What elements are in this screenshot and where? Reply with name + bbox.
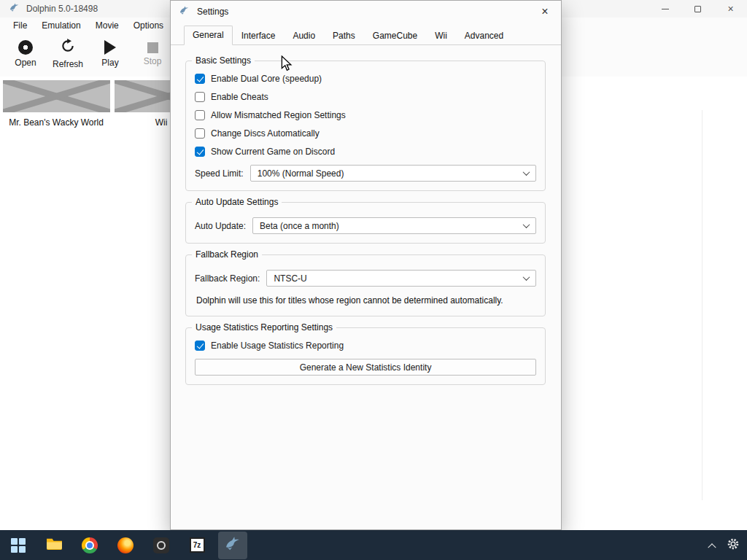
- mismatched-region-checkbox[interactable]: [195, 110, 205, 120]
- file-explorer-button[interactable]: [39, 532, 69, 559]
- dolphin-icon: [224, 535, 241, 556]
- speed-limit-dropdown[interactable]: 100% (Normal Speed): [250, 165, 536, 182]
- dialog-title: Settings: [197, 7, 228, 17]
- settings-content: Basic Settings Enable Dual Core (speedup…: [171, 45, 561, 385]
- checkbox-label: Change Discs Automatically: [211, 128, 320, 139]
- taskbar: 7z: [0, 530, 747, 560]
- dolphin-logo-icon: [9, 2, 20, 16]
- tab-general[interactable]: General: [184, 26, 233, 45]
- checkbox-row-cheats[interactable]: Enable Cheats: [195, 92, 536, 102]
- dropdown-value: Beta (once a month): [260, 221, 339, 231]
- checkbox-label: Enable Cheats: [211, 92, 268, 102]
- close-icon: ×: [541, 5, 548, 18]
- cheats-checkbox[interactable]: [195, 92, 205, 102]
- chevron-down-icon: [523, 273, 530, 281]
- disc-icon: [18, 40, 33, 55]
- usage-statistics-checkbox[interactable]: [195, 341, 205, 351]
- firefox-button[interactable]: [111, 532, 140, 559]
- play-icon: [104, 40, 116, 55]
- tab-gamecube[interactable]: GameCube: [364, 26, 426, 45]
- firefox-icon: [117, 537, 133, 553]
- file-explorer-icon: [46, 537, 63, 553]
- settings-dialog: Settings × General Interface Audio Paths…: [170, 0, 562, 530]
- group-title: Usage Statistics Reporting Settings: [192, 322, 336, 332]
- basic-settings-group: Basic Settings Enable Dual Core (speedup…: [185, 61, 546, 191]
- auto-update-dropdown[interactable]: Beta (once a month): [252, 217, 536, 234]
- stop-button: Stop: [131, 33, 174, 75]
- auto-update-row: Auto Update: Beta (once a month): [195, 217, 536, 234]
- tab-advanced[interactable]: Advanced: [456, 26, 512, 45]
- dropdown-value: NTSC-U: [274, 273, 306, 284]
- auto-update-group: Auto Update Settings Auto Update: Beta (…: [185, 202, 546, 244]
- checkbox-row-mismatched-region[interactable]: Allow Mismatched Region Settings: [195, 110, 536, 120]
- window-controls: ×: [649, 0, 747, 18]
- menu-options[interactable]: Options: [126, 19, 171, 32]
- speed-limit-row: Speed Limit: 100% (Normal Speed): [195, 165, 536, 182]
- dialog-titlebar[interactable]: Settings ×: [171, 1, 561, 23]
- group-title: Auto Update Settings: [192, 197, 282, 207]
- auto-update-label: Auto Update:: [195, 221, 246, 231]
- checkbox-label: Enable Dual Core (speedup): [211, 74, 322, 84]
- game-item-mr-beans[interactable]: Mr. Bean's Wacky World: [1, 80, 111, 128]
- checkbox-row-discord[interactable]: Show Current Game on Discord: [195, 147, 536, 157]
- checkbox-row-usage-statistics[interactable]: Enable Usage Statistics Reporting: [195, 341, 536, 351]
- stop-icon: [147, 42, 158, 53]
- camera-icon: [153, 537, 169, 553]
- dolphin-taskbar-button[interactable]: [218, 532, 247, 559]
- chevron-down-icon: [523, 221, 530, 228]
- chevron-down-icon: [523, 168, 530, 176]
- seven-zip-button[interactable]: 7z: [182, 532, 212, 559]
- checkbox-label: Show Current Game on Discord: [211, 147, 335, 157]
- dual-core-checkbox[interactable]: [195, 74, 205, 84]
- list-edge-divider: [702, 110, 703, 500]
- checkbox-row-dual-core[interactable]: Enable Dual Core (speedup): [195, 74, 536, 84]
- settings-gear-icon[interactable]: [727, 537, 740, 553]
- menu-emulation[interactable]: Emulation: [34, 19, 88, 32]
- minimize-button[interactable]: [649, 0, 681, 18]
- dialog-close-button[interactable]: ×: [533, 3, 557, 20]
- checkbox-label: Allow Mismatched Region Settings: [211, 110, 346, 120]
- settings-tabbar: General Interface Audio Paths GameCube W…: [171, 23, 561, 45]
- fallback-region-label: Fallback Region:: [195, 273, 260, 284]
- menu-file[interactable]: File: [6, 19, 34, 32]
- play-button[interactable]: Play: [89, 33, 131, 75]
- refresh-button[interactable]: Refresh: [47, 33, 89, 75]
- minimize-icon: [662, 9, 669, 9]
- fallback-region-row: Fallback Region: NTSC-U: [195, 270, 536, 287]
- fallback-region-note: Dolphin will use this for titles whose r…: [196, 295, 535, 306]
- tab-interface[interactable]: Interface: [233, 26, 285, 45]
- chevron-up-icon[interactable]: [708, 543, 716, 551]
- tab-paths[interactable]: Paths: [324, 26, 364, 45]
- maximize-icon: [694, 6, 701, 12]
- screen: Dolphin 5.0-18498 × File Emulation Movie…: [0, 0, 747, 560]
- window-title: Dolphin 5.0-18498: [26, 4, 98, 14]
- menu-movie[interactable]: Movie: [88, 19, 126, 32]
- chrome-button[interactable]: [75, 532, 104, 559]
- game-banner-placeholder: [3, 80, 110, 112]
- camera-app-button[interactable]: [147, 532, 176, 559]
- group-title: Fallback Region: [192, 249, 262, 260]
- system-tray: [709, 530, 740, 560]
- open-button[interactable]: Open: [4, 33, 47, 75]
- maximize-button[interactable]: [681, 0, 714, 18]
- refresh-icon: [61, 39, 75, 56]
- start-button[interactable]: [4, 532, 33, 559]
- tab-wii[interactable]: Wii: [426, 26, 456, 45]
- change-discs-checkbox[interactable]: [195, 128, 205, 139]
- dolphin-logo-icon: [179, 5, 190, 19]
- tab-audio[interactable]: Audio: [284, 26, 324, 45]
- chrome-icon: [82, 537, 98, 553]
- dropdown-value: 100% (Normal Speed): [258, 168, 344, 179]
- seven-zip-icon: 7z: [190, 537, 205, 553]
- checkbox-row-change-discs[interactable]: Change Discs Automatically: [195, 128, 536, 139]
- game-title: Mr. Bean's Wacky World: [1, 117, 111, 128]
- discord-checkbox[interactable]: [195, 147, 205, 157]
- close-button[interactable]: ×: [714, 0, 747, 18]
- fallback-region-dropdown[interactable]: NTSC-U: [266, 270, 536, 287]
- checkbox-label: Enable Usage Statistics Reporting: [211, 341, 344, 351]
- group-title: Basic Settings: [192, 55, 255, 66]
- generate-statistics-identity-button[interactable]: Generate a New Statistics Identity: [195, 359, 536, 376]
- fallback-region-group: Fallback Region Fallback Region: NTSC-U …: [185, 254, 546, 316]
- speed-limit-label: Speed Limit:: [195, 168, 244, 179]
- mouse-cursor: [280, 55, 293, 74]
